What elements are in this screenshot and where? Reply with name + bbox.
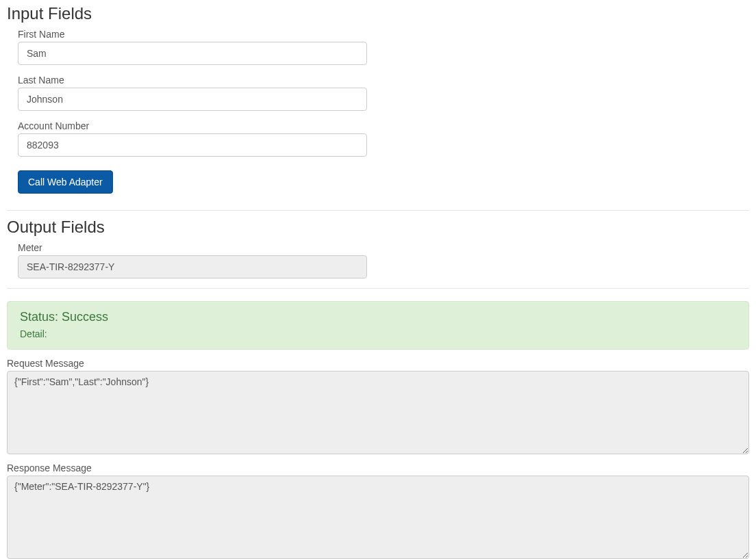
account-number-input[interactable] — [18, 133, 367, 157]
last-name-group: Last Name — [18, 75, 367, 111]
output-fields-heading: Output Fields — [7, 218, 749, 237]
request-message-label: Request Message — [7, 358, 749, 369]
section-divider — [7, 210, 749, 211]
input-fields-heading: Input Fields — [7, 4, 749, 23]
response-message-label: Response Message — [7, 463, 749, 473]
account-number-label: Account Number — [18, 120, 367, 131]
first-name-input[interactable] — [18, 42, 367, 65]
response-message-textarea[interactable] — [7, 476, 749, 559]
last-name-label: Last Name — [18, 75, 367, 86]
request-message-textarea[interactable] — [7, 371, 749, 454]
first-name-label: First Name — [18, 29, 367, 40]
section-divider-2 — [7, 288, 749, 289]
status-value: Success — [62, 310, 108, 324]
account-number-group: Account Number — [18, 120, 367, 157]
last-name-input[interactable] — [18, 88, 367, 111]
status-heading: Status: Success — [20, 310, 736, 324]
status-detail: Detail: — [20, 328, 736, 339]
meter-label: Meter — [18, 242, 367, 253]
detail-label: Detail: — [20, 328, 47, 339]
first-name-group: First Name — [18, 29, 367, 65]
meter-output — [18, 255, 367, 278]
meter-group: Meter — [18, 242, 367, 278]
status-label: Status: — [20, 310, 58, 324]
call-web-adapter-button[interactable]: Call Web Adapter — [18, 170, 113, 194]
status-panel: Status: Success Detail: — [7, 301, 749, 350]
